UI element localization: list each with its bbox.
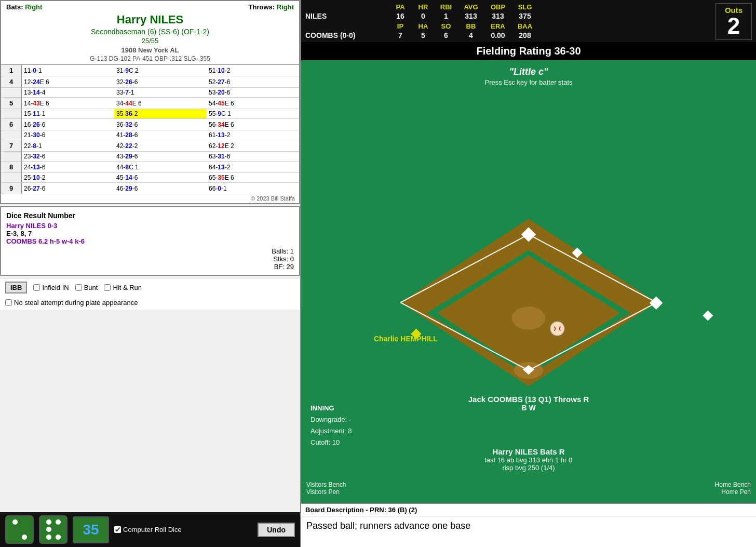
no-steal-row: No steal attempt during plate appearance (0, 297, 300, 310)
roll-row: 616- 26 - 636- 32 - 656- 34 E 6 (1, 119, 299, 130)
svg-point-15 (550, 322, 564, 336)
roll-col: 35- 36 - 2 (114, 109, 207, 118)
die-1 (5, 515, 34, 544)
computer-roll-label[interactable]: Computer Roll Dice (114, 526, 182, 533)
roll-col: 24- 13 - 6 (22, 162, 114, 172)
col-pa: PA (389, 3, 411, 11)
roll-row: 412- 24 E 632- 26 - 652- 27 - 6 (1, 76, 299, 88)
batter-field-name: Harry NILES Bats R (301, 447, 756, 456)
roll-col: 51- 10 - 2 (207, 65, 299, 76)
right-panel: PA HR RBI AVG OBP SLG NILES 16 0 1 313 3… (301, 0, 756, 547)
roll-col: 43- 29 - 6 (114, 152, 207, 161)
roll-row-number (1, 109, 22, 118)
roll-col: 42- 22 - 2 (114, 140, 207, 151)
col-rbi: RBI (435, 3, 457, 11)
roll-col: 11- 0 - 1 (22, 65, 114, 76)
hit-run-option[interactable]: Hit & Run (104, 284, 142, 291)
pitcher-ip: 7 (389, 31, 411, 39)
dice-result-player: Harry NILES 0-3 (6, 222, 294, 230)
die-2 (39, 515, 68, 544)
batter-avg: 313 (458, 12, 484, 20)
field-container: "Little c" Press Esc key for batter stat… (301, 60, 756, 503)
bench-labels: Visitors Bench Visitors Pen Home Bench H… (301, 481, 756, 496)
batter-slg: 375 (512, 12, 538, 20)
batter-data-row: NILES 16 0 1 313 313 375 (305, 12, 709, 20)
bats-label: Bats: Right (6, 3, 42, 11)
score-header-row-1: PA HR RBI AVG OBP SLG (305, 3, 709, 11)
roll-col: 12- 24 E 6 (22, 76, 114, 87)
roll-col: 66- 0 - 1 (207, 183, 299, 194)
inning-info: INNING Downgrade: - Adjustment: 8 Cutoff… (310, 403, 352, 448)
roll-table: 111- 0 - 131- 9 C 251- 10 - 2412- 24 E 6… (1, 64, 299, 194)
roll-row-number (1, 130, 22, 140)
score-blank2 (305, 22, 388, 30)
batter-field-stats: last 16 ab bvg 313 ebh 1 hr 0 (301, 456, 756, 464)
player-season-stats: G-113 DG-102 PA-451 OBP-.312 SLG-.355 (1, 55, 299, 64)
player-position: Secondbaseman (6) (SS-6) (OF-1-2) (1, 28, 299, 36)
roll-col: 52- 27 - 6 (207, 76, 299, 87)
no-steal-checkbox[interactable] (5, 299, 12, 306)
col-so: SO (435, 22, 457, 30)
roll-row: 13- 14 - 433- 7 - 153- 20 - 6 (1, 88, 299, 98)
roll-col: 64- 13 - 2 (207, 162, 299, 172)
adjustment-label: Adjustment: 8 (310, 425, 352, 437)
board-description-header: Board Description - PRN: 36 (B) (2) (301, 503, 756, 516)
visitors-pen-label: Visitors Pen (306, 488, 346, 496)
bunt-checkbox[interactable] (75, 284, 82, 291)
roll-col: 65- 35 E 6 (207, 173, 299, 182)
roll-col: 31- 9 C 2 (114, 65, 207, 76)
roll-row-number: 6 (1, 119, 22, 130)
home-pen-label: Home Pen (715, 488, 751, 496)
roll-col: 61- 13 - 2 (207, 130, 299, 140)
score-header-row-2: IP HA SO BB ERA BAA (305, 22, 709, 30)
col-slg: SLG (512, 3, 538, 11)
roll-col: 45- 14 - 6 (114, 173, 207, 182)
roll-col: 44- 8 C 1 (114, 162, 207, 172)
roll-col: 54- 45 E 6 (207, 98, 299, 109)
roll-col: 34- 44 E 6 (114, 98, 207, 109)
roll-col: 53- 20 - 6 (207, 88, 299, 97)
field-info-top: "Little c" Press Esc key for batter stat… (301, 66, 756, 86)
player-card-header: Bats: Right Throws: Right (1, 1, 299, 12)
player-name: Harry NILES (1, 12, 299, 28)
home-bench-col: Home Bench Home Pen (715, 481, 751, 496)
roll-col: 55- 9 C 1 (207, 109, 299, 118)
roll-col: 46- 29 - 6 (114, 183, 207, 194)
computer-roll-checkbox[interactable] (114, 526, 121, 533)
bunt-option[interactable]: Bunt (75, 284, 98, 291)
ibb-button[interactable]: IBB (5, 282, 27, 293)
dice-roller: 35 Computer Roll Dice Undo (0, 512, 300, 547)
dice-result-title: Dice Result Number (6, 211, 294, 220)
roll-col: 22- 8 - 1 (22, 140, 114, 151)
undo-button[interactable]: Undo (258, 523, 295, 537)
infield-in-checkbox[interactable] (33, 284, 40, 291)
outs-number: 2 (727, 15, 740, 37)
roll-row: 23- 32 - 643- 29 - 663- 31 - 6 (1, 152, 299, 162)
inning-label: INNING (310, 403, 352, 414)
pitcher-so: 6 (435, 31, 457, 39)
cutoff-label: Cutoff: 10 (310, 437, 352, 448)
batter-label: NILES (305, 12, 388, 20)
home-bench-label: Home Bench (715, 481, 751, 488)
roll-row: 25- 10 - 245- 14 - 665- 35 E 6 (1, 173, 299, 183)
roll-row: 111- 0 - 131- 9 C 251- 10 - 2 (1, 65, 299, 76)
batter-obp: 313 (485, 12, 511, 20)
roll-col: 16- 26 - 6 (22, 119, 114, 130)
roll-row-number: 8 (1, 162, 22, 172)
roll-col: 33- 7 - 1 (114, 88, 207, 97)
roll-col: 41- 28 - 6 (114, 130, 207, 140)
infield-in-option[interactable]: Infield IN (33, 284, 69, 291)
roll-row-number (1, 88, 22, 97)
dice-result-section: Dice Result Number Harry NILES 0-3 E-3, … (0, 206, 300, 276)
col-ip: IP (389, 22, 411, 30)
batter-hr: 0 (412, 12, 434, 20)
roll-row-number: 1 (1, 65, 22, 76)
col-era: ERA (485, 22, 511, 30)
roll-row: 824- 13 - 644- 8 C 164- 13 - 2 (1, 162, 299, 173)
col-avg: AVG (458, 3, 484, 11)
hit-run-checkbox[interactable] (104, 284, 111, 291)
visitors-bench-col: Visitors Bench Visitors Pen (306, 481, 346, 496)
pitcher-bb: 4 (458, 31, 484, 39)
player-card: Bats: Right Throws: Right Harry NILES Se… (0, 0, 300, 204)
roll-col: 13- 14 - 4 (22, 88, 114, 97)
